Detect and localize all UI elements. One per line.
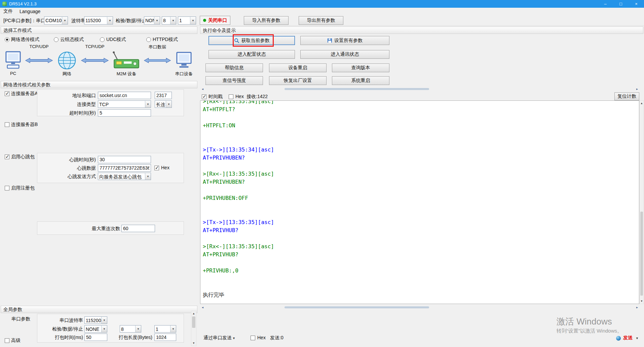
log-hscrollbar[interactable]: ◄ ► xyxy=(200,306,639,309)
baud-select[interactable]: 115200▼ xyxy=(84,16,113,25)
scroll-up-icon[interactable]: ▲ xyxy=(191,311,196,316)
server-port-input[interactable] xyxy=(155,92,172,99)
radio-mode-transparent[interactable] xyxy=(5,37,9,42)
checkbox-server-a[interactable] xyxy=(5,91,9,96)
log-line xyxy=(203,259,639,267)
scroll-left-icon[interactable]: ◄ xyxy=(200,306,205,309)
device-reboot-button[interactable]: 设备重启 xyxy=(269,63,327,72)
chevron-down-icon: ▼ xyxy=(101,326,107,332)
pack-time-input[interactable] xyxy=(84,334,107,341)
stopbits-select[interactable]: 1▼ xyxy=(178,16,196,25)
checkbox-timestamp[interactable] xyxy=(202,94,206,99)
close-icon[interactable]: × xyxy=(629,0,644,8)
radio-mode-udc[interactable] xyxy=(100,37,105,42)
scroll-down-icon[interactable]: ▼ xyxy=(640,299,644,304)
import-params-button[interactable]: 导入所有参数 xyxy=(244,16,289,25)
label-advanced[interactable]: 高级 xyxy=(11,338,21,344)
databits-select[interactable]: 8▼ xyxy=(162,16,176,25)
label-server-a[interactable]: 连接服务器A xyxy=(11,91,38,97)
hb-time-label: 心跳时间(秒) xyxy=(39,157,96,163)
enter-config-button[interactable]: 进入配置状态 xyxy=(209,50,295,59)
set-params-button[interactable]: 设置所有参数 xyxy=(300,36,389,45)
scroll-right-icon[interactable]: ► xyxy=(635,87,639,91)
help-button[interactable]: 帮助信息 xyxy=(205,63,263,72)
query-version-button[interactable]: 查询版本 xyxy=(332,63,389,72)
log-vscrollbar[interactable]: ▲ ▼ xyxy=(639,100,644,304)
label-server-b[interactable]: 连接服务器B xyxy=(11,122,38,128)
send-button[interactable]: 发送 xyxy=(623,335,633,341)
export-params-button[interactable]: 导出所有参数 xyxy=(299,16,343,25)
diagram-node-pc: PC xyxy=(3,44,24,77)
left-panel-scrollbar[interactable]: ▲ ▼ xyxy=(191,311,196,346)
topology-diagram: PC TCP/UDP 网络 xyxy=(3,44,196,77)
pack-time-label: 打包时间(ms) xyxy=(39,335,83,341)
reset-count-button[interactable]: 复位计数 xyxy=(614,92,639,100)
checkbox-heartbeat[interactable] xyxy=(5,155,9,159)
send-via-dropdown[interactable]: 通过串口发送 xyxy=(203,335,232,341)
commands-hscrollbar[interactable]: ◄ ► xyxy=(200,87,639,91)
scroll-down-icon[interactable]: ▼ xyxy=(191,341,196,346)
conn-keep-select[interactable]: 长连▼ xyxy=(155,100,172,108)
checkbox-send-hex[interactable] xyxy=(251,336,255,340)
scroll-left-icon[interactable]: ◄ xyxy=(200,87,205,91)
log-area[interactable]: >[Rx<-][13:35:34][asc]AT+HTPFLT? +HTPFLT… xyxy=(200,100,639,304)
checkbox-advanced[interactable] xyxy=(5,338,9,343)
scrollbar-thumb[interactable] xyxy=(640,212,643,296)
chevron-down-icon: ▼ xyxy=(166,101,172,107)
hb-mode-select[interactable]: 向服务器发送心跳包▼ xyxy=(98,173,151,180)
log-line xyxy=(203,114,639,122)
pack-len-input[interactable] xyxy=(154,334,176,341)
g-parity-select[interactable]: NONE▼ xyxy=(84,325,107,333)
checkbox-hb-hex[interactable] xyxy=(154,166,159,170)
hb-time-input[interactable] xyxy=(98,156,151,163)
scrollbar-thumb[interactable] xyxy=(285,306,429,308)
conn-type-select[interactable]: TCP▼ xyxy=(98,100,151,108)
menu-file[interactable]: 文件 xyxy=(0,8,16,15)
chevron-down-icon[interactable]: ▼ xyxy=(636,337,639,340)
timeout-input[interactable] xyxy=(98,109,151,117)
log-line: 执行完毕 xyxy=(203,291,639,299)
checkbox-register[interactable] xyxy=(5,186,9,190)
label-hb-hex[interactable]: Hex xyxy=(161,165,169,170)
system-reboot-button[interactable]: 系统重启 xyxy=(332,76,389,85)
hb-data-input[interactable] xyxy=(98,164,151,172)
signal-strength-button[interactable]: 查信号强度 xyxy=(205,76,263,85)
label-timestamp[interactable]: 时间戳 xyxy=(209,94,223,100)
menu-language[interactable]: Language xyxy=(16,8,44,15)
mode-label-cloud[interactable]: 云组态模式 xyxy=(60,37,84,43)
com-port-select[interactable]: COM10▼ xyxy=(44,16,68,25)
scroll-up-icon[interactable]: ▲ xyxy=(640,101,644,106)
enter-comm-button[interactable]: 进入通讯状态 xyxy=(300,50,389,59)
mode-label-httpd[interactable]: HTTPD模式 xyxy=(153,37,178,43)
scrollbar-thumb[interactable] xyxy=(285,88,429,90)
checkbox-recv-hex[interactable] xyxy=(229,94,233,99)
mode-label-transparent[interactable]: 网络透传模式 xyxy=(11,37,39,43)
section-transparent-params: 网络透传模式相关参数 xyxy=(1,81,197,88)
label-recv-hex[interactable]: Hex xyxy=(235,94,244,99)
label-send-hex[interactable]: Hex xyxy=(257,335,266,340)
g-stopbits-select[interactable]: 1▼ xyxy=(154,325,176,333)
diagram-link-3: 串口数据 xyxy=(143,44,172,77)
server-address-input[interactable] xyxy=(98,92,151,99)
factory-reset-button[interactable]: 恢复出厂设置 xyxy=(269,76,327,85)
log-line xyxy=(203,210,639,218)
scroll-right-icon[interactable]: ► xyxy=(635,306,639,309)
get-params-button[interactable]: 获取当前参数 xyxy=(209,36,295,45)
label-heartbeat[interactable]: 启用心跳包 xyxy=(11,154,35,160)
double-arrow-icon xyxy=(25,57,53,63)
reconnect-input[interactable] xyxy=(121,225,155,232)
maximize-icon[interactable]: □ xyxy=(613,0,629,8)
checkbox-server-b[interactable] xyxy=(5,122,9,127)
mode-label-udc[interactable]: UDC模式 xyxy=(106,37,126,43)
parity-select[interactable]: NONE▼ xyxy=(144,16,160,25)
radio-mode-httpd[interactable] xyxy=(146,37,151,42)
chevron-down-icon[interactable]: ▼ xyxy=(232,337,235,340)
m2m-device-icon xyxy=(112,50,141,71)
close-port-button[interactable]: 关闭串口 xyxy=(200,16,230,25)
g-databits-select[interactable]: 8▼ xyxy=(120,325,141,333)
minimize-icon[interactable]: – xyxy=(598,0,613,8)
g-baud-select[interactable]: 115200▼ xyxy=(84,316,107,324)
scrollbar-thumb[interactable] xyxy=(192,316,195,328)
radio-mode-cloud[interactable] xyxy=(54,37,59,42)
label-register[interactable]: 启用注册包 xyxy=(11,185,35,191)
